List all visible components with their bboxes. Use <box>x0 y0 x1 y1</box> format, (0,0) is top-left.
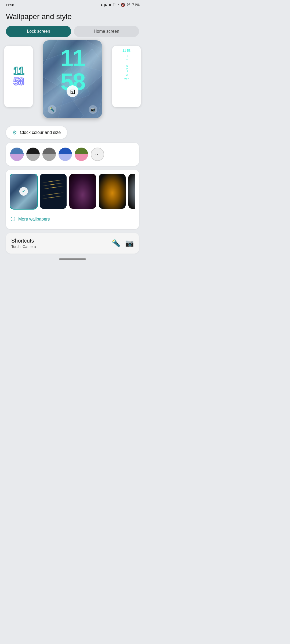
swatch-1[interactable] <box>10 148 24 161</box>
shortcuts-section[interactable]: Shortcuts Torch, Camera 🔦 📷 <box>6 233 139 254</box>
tab-bar: Lock screen Home screen <box>0 24 145 40</box>
preview-area: 11 58 11 58 ◱ 🔦 📷 <box>0 40 145 123</box>
bubble-hour: 11 <box>13 66 24 76</box>
right-clock-preview: 11 58 THU MAY 9 21° <box>112 46 141 107</box>
wallpaper-thumb-crystal[interactable]: ✓ <box>10 174 37 209</box>
swatch-3[interactable] <box>42 148 56 161</box>
more-wallpapers-button[interactable]: ⚆ More wallpapers <box>10 214 50 225</box>
more-wallpapers-icon: ⚆ <box>10 216 16 223</box>
fingerprint-icon: ◱ <box>70 88 75 94</box>
preview-side-left[interactable]: 11 58 <box>4 46 33 107</box>
main-clock-hour: 11 <box>60 46 85 70</box>
bubble-minute: 58 <box>13 76 24 87</box>
camera-shortcut-button[interactable]: 📷 <box>125 239 134 247</box>
torch-icon: 🔦 <box>50 107 55 112</box>
status-time: 11:58 <box>5 3 14 7</box>
torch-shortcut-button[interactable]: 🔦 <box>112 239 120 247</box>
bottom-pill <box>59 258 86 260</box>
notification-dot: • <box>118 3 119 7</box>
swatch-5[interactable] <box>75 148 88 161</box>
shortcuts-title: Shortcuts <box>11 238 36 244</box>
right-temp-display: 21° <box>124 78 129 81</box>
more-wallpapers-label: More wallpapers <box>18 217 50 222</box>
status-icons: ● ▶ ■ ⇈ • 🔇 ⌘ 71% <box>100 3 140 7</box>
tab-home-screen[interactable]: Home screen <box>74 26 139 37</box>
ellipsis-icon: ⋯ <box>95 151 100 157</box>
wallpaper-picker-card: ✓ ⚆ <box>6 170 139 229</box>
battery-text: 71% <box>132 3 140 7</box>
wallpaper-thumb-chevron[interactable] <box>40 174 67 209</box>
shortcuts-subtitle: Torch, Camera <box>11 244 36 249</box>
tab-lock-screen[interactable]: Lock screen <box>6 26 71 37</box>
wifi-icon: ⌘ <box>127 3 130 7</box>
youtube-icon: ▶ <box>104 3 107 7</box>
right-time-display: 11 58 <box>122 49 130 53</box>
wallpaper-thumbnails: ✓ <box>10 174 135 210</box>
page-header: Wallpaper and style <box>0 9 145 24</box>
fingerprint-button[interactable]: ◱ <box>67 85 78 97</box>
swatch-2[interactable] <box>26 148 40 161</box>
shortcuts-icons: 🔦 📷 <box>112 239 134 247</box>
shortcuts-text: Shortcuts Torch, Camera <box>11 238 36 249</box>
wallpaper-thumb-dandelion[interactable] <box>99 174 126 209</box>
mute-icon: 🔇 <box>121 3 125 7</box>
share-icon: ⇈ <box>113 3 116 7</box>
clock-colour-button[interactable]: ⚙ Clock colour and size <box>6 126 67 139</box>
preview-side-right[interactable]: 11 58 THU MAY 9 21° <box>112 46 141 107</box>
selected-checkmark: ✓ <box>19 187 28 196</box>
gear-icon: ⚙ <box>12 129 17 136</box>
camera-shortcut-icon[interactable]: 📷 <box>89 105 97 114</box>
status-bar: 11:58 ● ▶ ■ ⇈ • 🔇 ⌘ 71% <box>0 0 145 9</box>
wallpaper-thumb-flowers[interactable] <box>69 174 96 209</box>
right-date-display: THU MAY 9 <box>125 55 128 76</box>
camera-status-icon: ■ <box>109 3 111 7</box>
camera-icon: 📷 <box>90 107 96 112</box>
clock-colour-label: Clock colour and size <box>20 130 61 135</box>
wallpaper-thumb-orchid[interactable] <box>128 174 135 209</box>
swatch-4[interactable] <box>59 148 72 161</box>
whatsapp-icon: ● <box>100 3 103 7</box>
page-title: Wallpaper and style <box>6 12 139 21</box>
bubble-clock: 11 58 <box>13 66 24 87</box>
preview-main[interactable]: 11 58 ◱ 🔦 📷 <box>43 40 102 118</box>
more-colors-button[interactable]: ⋯ <box>91 148 104 161</box>
color-swatches-card: ⋯ <box>6 143 139 166</box>
lockscreen-shortcuts: 🔦 📷 <box>43 105 102 114</box>
torch-shortcut-icon[interactable]: 🔦 <box>48 105 56 114</box>
bottom-nav-bar <box>0 254 145 263</box>
